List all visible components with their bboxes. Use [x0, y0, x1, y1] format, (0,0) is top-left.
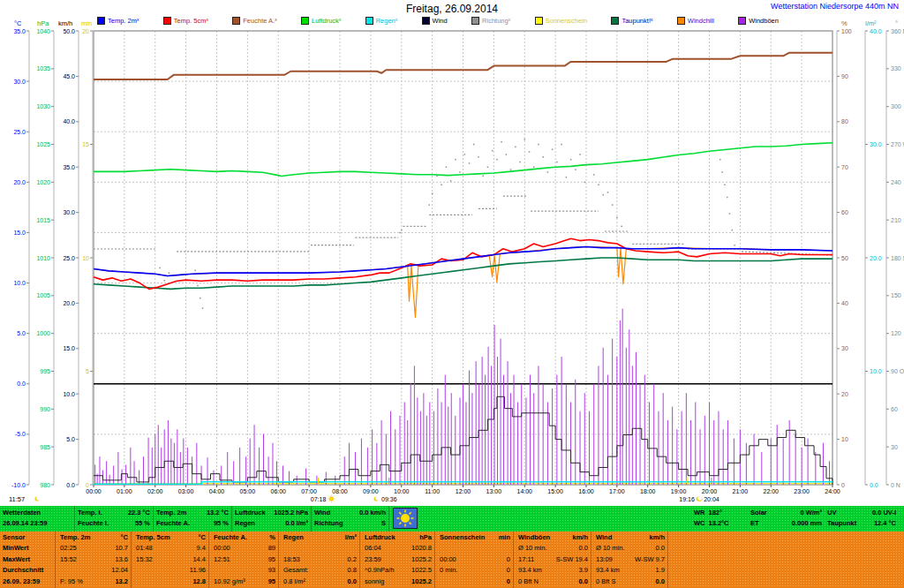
- status-row: Wind0.0 km/h: [314, 508, 386, 518]
- summary-cell-row: Regenl/m²: [283, 532, 357, 543]
- svg-text:150: 150: [891, 292, 901, 298]
- summary-cell-row: 17:11S-SW 19.4: [518, 554, 588, 565]
- summary-cell-row: [283, 543, 357, 554]
- station-name: Wetterstation Niedersorpe 440m NN: [771, 2, 899, 11]
- summary-cell-value: 1022.5: [411, 565, 432, 576]
- status-label: Wetterdaten: [3, 508, 41, 518]
- page-title: Freitag, 26.09.2014: [0, 3, 904, 15]
- status-label: Feuchte A.: [156, 518, 190, 529]
- summary-cell-label: ^0.9hPa/h: [365, 565, 395, 576]
- legend-label: Sonnenschein: [546, 17, 588, 25]
- summary-cell-label: Ø 10 min.: [596, 543, 625, 554]
- summary-cell-label: sonnig: [365, 577, 384, 587]
- legend-color-swatch: [232, 17, 240, 25]
- status-value: 0.0 km/h: [359, 508, 386, 518]
- summary-cell-row: 15:5213.6: [60, 554, 128, 565]
- summary-cell-row: LuftdruckhPa: [365, 532, 432, 543]
- svg-text:hPa: hPa: [37, 19, 49, 27]
- svg-text:40: 40: [841, 300, 848, 306]
- summary-cell-label: 10.92 g/m³: [214, 577, 245, 587]
- status-row: Solar0 W/m²: [750, 508, 822, 518]
- status-label: Wind: [314, 508, 330, 518]
- summary-cell-value: 0: [507, 554, 510, 565]
- summary-cell-label: 17:11: [518, 554, 534, 565]
- summary-cell-row: Windböenkm/h: [518, 532, 588, 543]
- svg-text:05:00: 05:00: [240, 488, 256, 494]
- status-label: 26.09.14 23:59: [3, 518, 47, 529]
- svg-text:l/m²: l/m²: [865, 19, 877, 27]
- svg-text:30.0: 30.0: [13, 79, 26, 85]
- summary-cell-label: 00:00: [440, 554, 456, 565]
- summary-cell-row: 02:2510.7: [60, 543, 128, 554]
- svg-text:35.0: 35.0: [63, 164, 75, 170]
- legend-item: Luftdruckˣ: [301, 17, 341, 25]
- summary-cell-label: 12:51: [214, 554, 230, 565]
- summary-cell-label: 02:25: [60, 543, 77, 554]
- legend-item: Wind: [422, 17, 448, 25]
- svg-text:990: 990: [40, 406, 50, 412]
- summary-cell-row: 15:3214.4: [136, 554, 206, 565]
- summary-cell-value: 0.0: [348, 577, 357, 587]
- status-row: WR182°: [694, 508, 745, 518]
- summary-row-header: Durchschnitt: [3, 565, 52, 576]
- summary-cell-label: 93.4 km: [518, 565, 542, 576]
- svg-text:20: 20: [82, 28, 89, 34]
- svg-text:0: 0: [86, 482, 89, 488]
- summary-column-wind: Windkm/hØ 10 min.0.013:09W-SW 9.793.4 km…: [593, 531, 668, 588]
- svg-text:5.0: 5.0: [66, 436, 75, 442]
- summary-cell-value: 95: [268, 577, 275, 587]
- status-value: 95 %: [214, 518, 229, 529]
- status-column: Solar0 W/m²ET0.000 mm: [748, 506, 825, 531]
- svg-text:5.0: 5.0: [17, 330, 26, 336]
- svg-text:03:00: 03:00: [178, 488, 194, 494]
- summary-cell-row: 93.4 km1.9: [596, 565, 665, 576]
- svg-text:20: 20: [841, 391, 848, 397]
- legend-item: Windböen: [738, 17, 779, 25]
- summary-cell-value: 10.7: [115, 543, 128, 554]
- status-value: 0.000 mm: [792, 518, 822, 529]
- svg-text:20.0: 20.0: [13, 179, 26, 185]
- svg-text:35.0: 35.0: [13, 28, 26, 34]
- status-value: 55 %: [135, 518, 150, 529]
- current-values-bar: Wetterdaten26.09.14 23:59Temp. I.22.3 °C…: [0, 506, 904, 531]
- svg-text:360 N: 360 N: [891, 28, 904, 34]
- summary-cell-row: 12.04: [60, 565, 128, 576]
- summary-cell-row: 93.4 km3.9: [518, 565, 588, 576]
- summary-cell-row: 01:489.4: [136, 543, 206, 554]
- status-label: Regen: [235, 518, 255, 529]
- svg-text:15.0: 15.0: [63, 345, 75, 351]
- svg-text:18:00: 18:00: [640, 488, 656, 494]
- summary-column-sonnenschein: Sonnenscheinmin00:0000 min.00: [437, 531, 514, 588]
- weather-app-window: °C-10.0-5.00.05.010.015.020.025.030.035.…: [0, 0, 904, 588]
- legend-item: Temp. 5cmˣ: [163, 17, 208, 25]
- status-label: Feuchte I.: [78, 518, 109, 529]
- svg-text:13:00: 13:00: [486, 488, 502, 494]
- summary-cell-label: 23:59: [365, 554, 381, 565]
- summary-cell-label: 01:48: [136, 543, 153, 554]
- legend-label: Regenˣ: [376, 17, 398, 25]
- svg-text:60: 60: [891, 406, 898, 412]
- legend-item: Temp. 2mˣ: [97, 17, 139, 25]
- summary-cell-row: 0 Bft N0.0: [518, 577, 588, 587]
- svg-text:980: 980: [40, 482, 50, 488]
- summary-cell-value: 0.0: [656, 543, 665, 554]
- status-column: Temp. I.22.3 °CFeuchte I.55 %: [75, 506, 154, 531]
- summary-cell-label: 93.4 km: [596, 565, 620, 576]
- summary-cell-value: 13.2: [115, 577, 128, 587]
- svg-text:01:00: 01:00: [117, 488, 132, 494]
- summary-cell-row: F: 95 %13.2: [60, 577, 128, 587]
- status-row: WC13.2°C: [694, 518, 745, 529]
- status-value: 1025.2 hPa: [274, 508, 308, 518]
- legend-label: Temp. 5cmˣ: [174, 17, 208, 25]
- legend-label: Temp. 2mˣ: [108, 17, 139, 25]
- summary-cell-row: 0 min.0: [440, 565, 510, 576]
- legend-color-swatch: [97, 17, 105, 25]
- legend-label: Feuchte A.ˣ: [243, 17, 276, 25]
- status-row: Feuchte I.55 %: [78, 518, 150, 529]
- summary-cell-row: Windkm/h: [596, 532, 665, 543]
- summary-cell-label: 0 Bft N: [518, 577, 539, 587]
- summary-cell-row: 11.96: [136, 565, 206, 576]
- summary-cell-value: 89: [268, 543, 275, 554]
- summary-cell-row: Gesamt:0.8: [283, 565, 357, 576]
- legend-item: Sonnenschein: [535, 17, 588, 25]
